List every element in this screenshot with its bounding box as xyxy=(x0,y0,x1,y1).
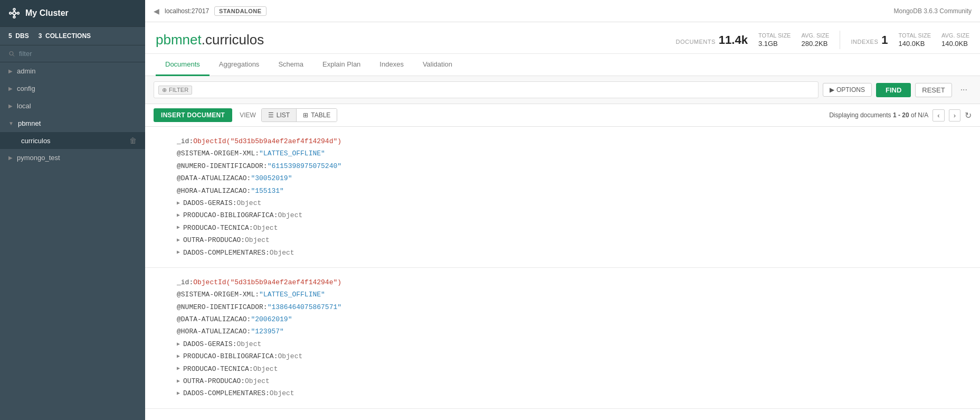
db-admin-header[interactable]: ▶ admin xyxy=(0,62,145,80)
mongodb-version: MongoDB 3.6.3 Community xyxy=(894,7,972,15)
sidebar-stats: 5 DBS 3 COLLECTIONS xyxy=(0,27,145,45)
expand-icon[interactable]: ▶ xyxy=(177,248,180,257)
document-area: _id: ObjectId("5d31b5b9a4ef2aef4f14294d"… xyxy=(145,127,980,420)
stat-col4: AVG. SIZE 140.0KB xyxy=(941,32,969,48)
db-pymongo-header[interactable]: ▶ pymongo_test xyxy=(0,149,145,166)
server-address: localhost:27017 xyxy=(165,7,209,15)
chevron-right-icon: ▶ xyxy=(8,155,13,161)
tabs: Documents Aggregations Schema Explain Pl… xyxy=(145,54,980,76)
filter-input[interactable] xyxy=(196,86,814,94)
expand-icon[interactable]: ▶ xyxy=(177,352,180,361)
sidebar-header: My Cluster xyxy=(0,0,145,27)
doc-field-hora-2: @HORA-ATUALIZACAO: "123957" xyxy=(177,325,969,338)
insert-document-button[interactable]: INSERT DOCUMENT xyxy=(154,108,232,122)
sidebar-toggle-icon[interactable]: ◀ xyxy=(154,7,159,15)
refresh-button[interactable]: ↻ xyxy=(965,110,972,120)
svg-point-2 xyxy=(13,16,15,18)
doc-field-dadoscomp-1[interactable]: ▶ DADOS-COMPLEMENTARES: Object xyxy=(177,247,969,259)
topbar-left: ◀ localhost:27017 STANDALONE xyxy=(154,6,267,16)
svg-line-10 xyxy=(13,55,14,57)
doc-field-numero-1: @NUMERO-IDENTIFICADOR: "6115398975075240… xyxy=(177,160,969,172)
tab-validation[interactable]: Validation xyxy=(413,54,462,76)
indexes-avg-size-value: 140.0KB xyxy=(941,40,968,48)
indexes-avg-size-label: AVG. SIZE xyxy=(941,32,969,39)
documents-label: DOCUMENTS xyxy=(675,39,715,45)
options-button[interactable]: ▶ OPTIONS xyxy=(823,83,872,97)
db-local-header[interactable]: ▶ local xyxy=(0,97,145,115)
db-item-admin: ▶ admin xyxy=(0,62,145,80)
db-pbmnet-label: pbmnet xyxy=(18,119,41,127)
view-btn-group: ☰ LIST ⊞ TABLE xyxy=(261,108,337,122)
filter-label: FILTER xyxy=(169,87,188,93)
tab-schema[interactable]: Schema xyxy=(269,54,313,76)
find-button[interactable]: FIND xyxy=(876,83,911,97)
collections-stat: 3 COLLECTIONS xyxy=(39,32,91,40)
collection-curriculos-label: curriculos xyxy=(21,137,51,145)
tab-explain-plan[interactable]: Explain Plan xyxy=(313,54,370,76)
reset-button[interactable]: RESET xyxy=(915,83,952,97)
db-config-header[interactable]: ▶ config xyxy=(0,80,145,97)
list-view-button[interactable]: ☰ LIST xyxy=(262,109,297,122)
collections-count: 3 xyxy=(39,32,42,40)
topbar-right: MongoDB 3.6.3 Community xyxy=(894,7,972,15)
doc-field-outraprod-2[interactable]: ▶ OUTRA-PRODUCAO: Object xyxy=(177,375,969,387)
svg-point-3 xyxy=(9,12,12,14)
cluster-title: My Cluster xyxy=(25,8,69,18)
next-page-button[interactable]: › xyxy=(949,109,960,122)
options-icon: ▶ xyxy=(830,86,834,94)
chevron-down-icon: ▼ xyxy=(8,120,14,126)
indexes-count: 1 xyxy=(881,33,888,47)
tab-indexes[interactable]: Indexes xyxy=(370,54,413,76)
cluster-icon xyxy=(8,7,20,19)
expand-icon[interactable]: ▶ xyxy=(177,389,180,398)
indexes-total-size-label: TOTAL SIZE xyxy=(898,32,931,39)
filter-search-icon xyxy=(8,50,15,57)
db-item-pymongo: ▶ pymongo_test xyxy=(0,149,145,166)
expand-icon[interactable]: ▶ xyxy=(177,223,180,232)
filter-toggle-btn[interactable]: ⊕ FILTER xyxy=(158,86,192,95)
db-local-label: local xyxy=(17,102,31,110)
stat-col2: AVG. SIZE 280.2KB xyxy=(801,32,829,48)
doc-field-outraprod-1[interactable]: ▶ OUTRA-PRODUCAO: Object xyxy=(177,234,969,246)
tab-documents[interactable]: Documents xyxy=(156,54,210,76)
db-pbmnet-header[interactable]: ▼ pbmnet xyxy=(0,115,145,132)
doc-field-prodbib-1[interactable]: ▶ PRODUCAO-BIBLIOGRAFICA: Object xyxy=(177,209,969,221)
title-separator: . xyxy=(202,32,205,48)
avg-size-value: 280.2KB xyxy=(801,40,827,48)
doc-field-dadosgerais-1[interactable]: ▶ DADOS-GERAIS: Object xyxy=(177,197,969,209)
sidebar: My Cluster 5 DBS 3 COLLECTIONS ▶ admin ▶… xyxy=(0,0,145,420)
sidebar-filter-input[interactable] xyxy=(19,50,137,58)
expand-icon[interactable]: ▶ xyxy=(177,377,180,386)
expand-icon[interactable]: ▶ xyxy=(177,340,180,349)
more-options-button[interactable]: ··· xyxy=(956,83,972,97)
total-size-label: TOTAL SIZE xyxy=(758,32,791,39)
doc-field-prodtec-1[interactable]: ▶ PRODUCAO-TECNICA: Object xyxy=(177,222,969,234)
prev-page-button[interactable]: ‹ xyxy=(933,109,944,122)
table-view-button[interactable]: ⊞ TABLE xyxy=(297,109,337,122)
dbs-stat: 5 DBS xyxy=(8,32,29,40)
expand-icon[interactable]: ▶ xyxy=(177,199,180,208)
expand-icon[interactable]: ▶ xyxy=(177,211,180,220)
indexes-stat: INDEXES 1 xyxy=(851,33,888,47)
svg-point-9 xyxy=(9,52,13,55)
sidebar-filter-bar[interactable] xyxy=(0,45,145,62)
indexes-label: INDEXES xyxy=(851,39,878,45)
expand-icon[interactable]: ▶ xyxy=(177,236,180,245)
stat-col3: TOTAL SIZE 140.0KB xyxy=(898,32,931,48)
tab-aggregations[interactable]: Aggregations xyxy=(210,54,269,76)
delete-collection-icon[interactable]: 🗑 xyxy=(129,136,137,145)
doc-field-prodbib-2[interactable]: ▶ PRODUCAO-BIBLIOGRAFICA: Object xyxy=(177,350,969,362)
doc-field-dadoscomp-2[interactable]: ▶ DADOS-COMPLEMENTARES: Object xyxy=(177,387,969,399)
filter-toolbar: ⊕ FILTER ▶ OPTIONS FIND RESET ··· xyxy=(145,76,980,104)
dbs-count: 5 xyxy=(8,32,12,40)
stat-col1: TOTAL SIZE 3.1GB xyxy=(758,32,791,48)
expand-icon[interactable]: ▶ xyxy=(177,364,180,374)
collection-list: curriculos 🗑 xyxy=(0,132,145,149)
filter-icon-symbol: ⊕ xyxy=(162,87,167,94)
db-config-label: config xyxy=(17,85,35,92)
doc-field-prodtec-2[interactable]: ▶ PRODUCAO-TECNICA: Object xyxy=(177,363,969,375)
collection-item-curriculos[interactable]: curriculos 🗑 xyxy=(0,132,145,149)
indexes-total-size-value: 140.0KB xyxy=(898,40,925,48)
sub-toolbar: INSERT DOCUMENT VIEW ☰ LIST ⊞ TABLE Disp… xyxy=(145,104,980,127)
doc-field-dadosgerais-2[interactable]: ▶ DADOS-GERAIS: Object xyxy=(177,338,969,350)
